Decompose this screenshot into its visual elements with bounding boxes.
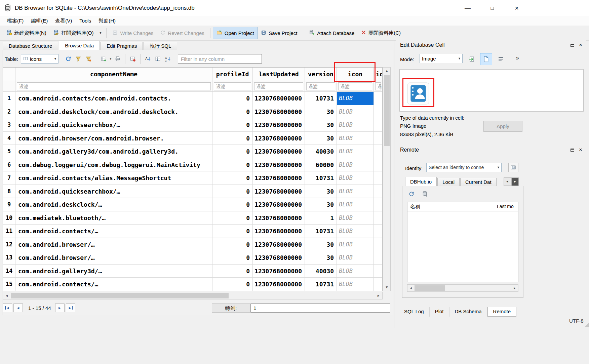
table-row[interactable]: 12com.android.browser/…0123076800000030B…	[3, 238, 382, 251]
lastUpdated-cell[interactable]: 1230768000000	[253, 185, 305, 198]
word-wrap-button[interactable]	[496, 54, 506, 65]
maximize-button[interactable]: □	[484, 3, 500, 13]
goto-button[interactable]: 轉到:	[212, 304, 250, 313]
icon-cell[interactable]: BLOB	[337, 118, 374, 132]
row-number[interactable]: 13	[3, 251, 15, 265]
profileId-cell[interactable]: 0	[212, 118, 253, 132]
lastUpdated-cell[interactable]: 1230768000000	[253, 92, 305, 105]
panel-splitter[interactable]	[394, 40, 394, 328]
remote-scrollbar-thumb[interactable]	[415, 285, 445, 291]
icon-cell[interactable]: BLOB	[337, 238, 374, 251]
scroll-right-icon[interactable]: ►	[511, 285, 518, 291]
version-cell[interactable]: 10731	[305, 171, 337, 185]
icon-cell[interactable]: BLOB	[337, 185, 374, 198]
previous-record-button[interactable]: ◄	[13, 304, 23, 312]
revert-changes-button[interactable]: Revert Changes	[157, 28, 207, 39]
minimize-button[interactable]: —	[460, 3, 475, 13]
componentName-cell[interactable]: com.android.contacts/alias.MessageShortc…	[15, 171, 212, 185]
close-database-button[interactable]: 關閉資料庫(C)	[358, 28, 404, 39]
goto-record-input[interactable]	[250, 304, 390, 313]
dock-tab-db-schema[interactable]: DB Schema	[449, 307, 487, 317]
column-header-last-modified[interactable]: Last mo	[494, 202, 518, 211]
componentName-cell[interactable]: com.android.gallery3d/…	[15, 265, 212, 278]
tab-scroll-left-icon[interactable]: ◄	[504, 177, 511, 186]
close-panel-icon[interactable]: ×	[579, 43, 582, 47]
profileId-cell[interactable]: 0	[212, 211, 253, 225]
componentName-cell[interactable]: com.android.quicksearchbox/…	[15, 185, 212, 198]
version-cell[interactable]: 30	[305, 198, 337, 211]
row-number[interactable]: 6	[3, 158, 15, 172]
sort-az-button[interactable]: AZ	[163, 54, 173, 64]
delete-record-button[interactable]	[128, 54, 138, 64]
version-cell[interactable]: 30	[305, 118, 337, 132]
table-row[interactable]: 7com.android.contacts/alias.MessageShort…	[3, 171, 382, 185]
encoding-status[interactable]: UTF-8	[569, 318, 584, 324]
float-panel-icon[interactable]	[571, 44, 574, 47]
filter-componentName[interactable]: 過濾	[15, 81, 212, 92]
close-panel-icon[interactable]: ×	[579, 148, 582, 152]
icon-cell[interactable]: BLOB	[337, 211, 374, 225]
table-row[interactable]: 11com.android.contacts/…0123076800000010…	[3, 225, 382, 238]
componentName-cell[interactable]: com.android.contacts/…	[15, 225, 212, 238]
row-number[interactable]: 14	[3, 265, 15, 278]
profileId-cell[interactable]: 0	[212, 132, 253, 145]
icon-cell[interactable]: BLOB	[337, 251, 374, 265]
vertical-scrollbar-thumb[interactable]	[384, 75, 390, 146]
resize-grip[interactable]	[585, 323, 589, 327]
overflow-cell[interactable]	[374, 278, 382, 291]
overflow-cell[interactable]	[374, 171, 382, 185]
overflow-cell[interactable]	[374, 211, 382, 225]
view-as-image-button[interactable]	[480, 53, 492, 65]
componentName-cell[interactable]: com.android.browser/…	[15, 238, 212, 251]
componentName-cell[interactable]: com.android.deskclock/…	[15, 198, 212, 211]
lastUpdated-cell[interactable]: 1230768000000	[253, 211, 305, 225]
lastUpdated-cell[interactable]: 1230768000000	[253, 158, 305, 172]
identity-select[interactable]: Select an identity to conne ▼	[426, 163, 502, 172]
row-number[interactable]: 7	[3, 171, 15, 185]
componentName-cell[interactable]: com.mediatek.bluetooth/…	[15, 211, 212, 225]
row-number[interactable]: 15	[3, 278, 15, 291]
lastUpdated-cell[interactable]: 1230768000000	[253, 251, 305, 265]
tab-dbhub[interactable]: DBHub.io	[405, 177, 437, 186]
profileId-cell[interactable]: 0	[212, 238, 253, 251]
lastUpdated-cell[interactable]: 1230768000000	[253, 171, 305, 185]
componentName-cell[interactable]: com.android.deskclock/com.android.deskcl…	[15, 105, 212, 119]
open-database-button[interactable]: 打開資料庫(O)	[50, 27, 97, 39]
overflow-cell[interactable]	[374, 118, 382, 132]
icon-cell[interactable]: BLOB	[337, 158, 374, 172]
scroll-down-icon[interactable]: ▼	[383, 284, 390, 291]
filter-any-column-input[interactable]	[178, 54, 262, 64]
table-select[interactable]: icons ▼	[21, 54, 58, 64]
row-number[interactable]: 2	[3, 105, 15, 119]
version-cell[interactable]: 30	[305, 105, 337, 119]
componentName-cell[interactable]: com.android.contacts/com.android.contact…	[15, 92, 212, 105]
overflow-cell[interactable]	[374, 105, 382, 119]
profileId-cell[interactable]: 0	[212, 265, 253, 278]
table-row[interactable]: 2com.android.deskclock/com.android.deskc…	[3, 105, 382, 119]
new-database-button[interactable]: 新建資料庫(N)	[3, 27, 50, 39]
scroll-up-icon[interactable]: ▲	[383, 68, 390, 74]
profileId-cell[interactable]: 0	[212, 158, 253, 172]
remote-refresh-button[interactable]	[406, 189, 417, 199]
filter-version[interactable]: 過濾	[305, 81, 337, 92]
icon-cell[interactable]: BLOB	[337, 225, 374, 238]
overflow-cell[interactable]	[374, 251, 382, 265]
refresh-button[interactable]	[63, 54, 73, 64]
menu-edit[interactable]: 編輯(E)	[27, 16, 51, 26]
column-header-lastUpdated[interactable]: lastUpdated	[253, 68, 305, 81]
print-button[interactable]	[113, 54, 123, 64]
profileId-cell[interactable]: 0	[212, 225, 253, 238]
remote-horizontal-scrollbar[interactable]: ◄ ►	[407, 284, 518, 292]
column-header-name[interactable]: 名稱	[407, 202, 494, 211]
table-row[interactable]: 15com.android.contacts/…0123076800000010…	[3, 278, 382, 291]
lastUpdated-cell[interactable]: 1230768000000	[253, 278, 305, 291]
filter-partial[interactable]: 過濾	[374, 81, 382, 92]
horizontal-scrollbar[interactable]: ◄ ►	[3, 292, 383, 299]
icon-cell[interactable]: BLOB	[337, 278, 374, 291]
filter-icon[interactable]: 過濾	[337, 81, 374, 92]
row-number[interactable]: 4	[3, 132, 15, 145]
profileId-cell[interactable]: 0	[212, 185, 253, 198]
componentName-cell[interactable]: com.android.browser/…	[15, 251, 212, 265]
icon-cell[interactable]: BLOB	[337, 198, 374, 211]
dock-tab-sql-log[interactable]: SQL Log	[399, 307, 430, 317]
